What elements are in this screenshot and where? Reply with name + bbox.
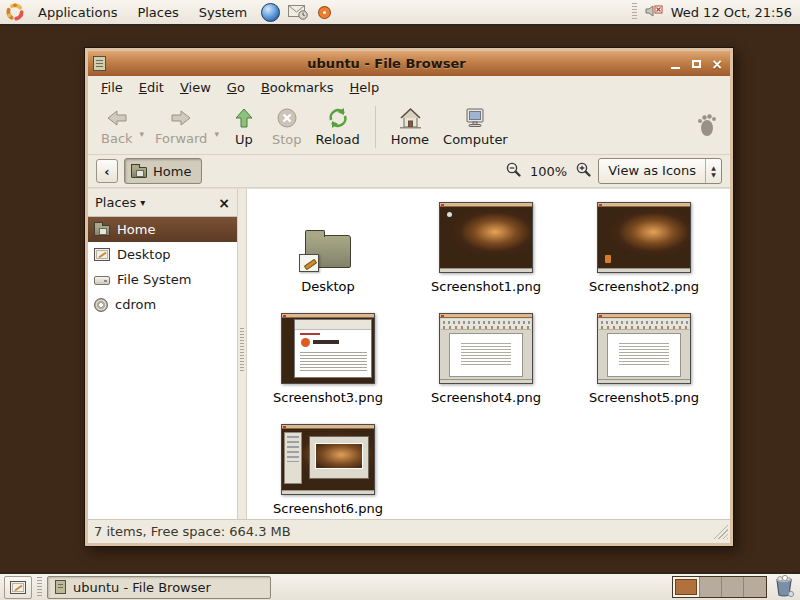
menu-system[interactable]: System	[192, 3, 254, 22]
workspace-3[interactable]	[722, 577, 744, 597]
task-button-file-browser[interactable]: ubuntu - File Browser	[47, 576, 271, 599]
taskbar-grip[interactable]	[37, 577, 42, 597]
file-name: Screenshot2.png	[589, 279, 699, 294]
chevron-down-icon[interactable]: ▾	[140, 197, 145, 208]
panel-grip[interactable]	[632, 3, 637, 21]
file-name: Screenshot1.png	[431, 279, 541, 294]
stop-button[interactable]: Stop	[265, 104, 309, 149]
zoom-out-button[interactable]	[505, 161, 522, 181]
file-thumbnail	[439, 313, 533, 384]
panel-right: Wed 12 Oct, 21:56	[632, 3, 796, 21]
back-dropdown-icon[interactable]: ▾	[140, 129, 145, 139]
menubar: File Edit View Go Bookmarks Help	[88, 76, 730, 99]
close-icon: ×	[711, 57, 723, 71]
menu-applications[interactable]: Applications	[31, 3, 124, 22]
file-item-screenshot3[interactable]: Screenshot3.png	[249, 308, 407, 405]
web-browser-icon[interactable]	[260, 2, 281, 23]
file-thumbnail	[597, 313, 691, 384]
desktop-emblem-icon	[299, 254, 319, 272]
maximize-button[interactable]	[688, 56, 704, 71]
home-folder-icon	[131, 167, 147, 178]
desktop-icon	[94, 248, 110, 261]
menu-bookmarks[interactable]: Bookmarks	[253, 78, 342, 97]
top-panel: Applications Places System	[0, 0, 800, 26]
taskbar: ubuntu - File Browser	[0, 572, 800, 600]
menu-file[interactable]: File	[93, 78, 131, 97]
file-item-desktop[interactable]: Desktop	[249, 197, 407, 294]
sidebar-item-home[interactable]: Home	[88, 217, 237, 242]
titlebar[interactable]: ubuntu - File Browser ×	[88, 51, 730, 76]
menu-help[interactable]: Help	[342, 78, 388, 97]
places-sidebar: Places ▾ × Home Desktop File System	[88, 189, 238, 519]
drive-icon	[94, 276, 110, 285]
workspace-1[interactable]	[673, 577, 700, 597]
combo-arrows-icon: ▲▼	[705, 159, 721, 183]
show-desktop-button[interactable]	[4, 576, 32, 599]
forward-button[interactable]: Forward	[148, 105, 214, 148]
minimize-icon	[671, 58, 680, 69]
mail-clock-icon[interactable]	[287, 2, 308, 23]
file-item-screenshot2[interactable]: Screenshot2.png	[565, 197, 723, 294]
menu-places[interactable]: Places	[130, 3, 185, 22]
workspace-2[interactable]	[700, 577, 722, 597]
forward-dropdown-icon[interactable]: ▾	[214, 129, 219, 139]
clock[interactable]: Wed 12 Oct, 21:56	[671, 5, 796, 20]
ubuntu-logo-icon[interactable]	[4, 2, 25, 23]
file-view[interactable]: Desktop Screenshot1.png Screenshot2.png	[247, 189, 730, 519]
file-name: Screenshot5.png	[589, 390, 699, 405]
file-browser-window: ubuntu - File Browser × File Edit View G…	[85, 48, 733, 546]
file-item-screenshot4[interactable]: Screenshot4.png	[407, 308, 565, 405]
window-content: Places ▾ × Home Desktop File System	[88, 188, 730, 519]
file-thumbnail	[439, 202, 533, 273]
sidebar-close-button[interactable]: ×	[218, 195, 230, 211]
sidebar-title[interactable]: Places	[95, 195, 136, 210]
status-bar: 7 items, Free space: 664.3 MB	[88, 519, 730, 543]
up-button[interactable]: Up	[223, 104, 265, 149]
computer-button[interactable]: Computer	[436, 104, 515, 149]
view-mode-select[interactable]: View as Icons ▲▼	[598, 158, 722, 184]
file-item-screenshot1[interactable]: Screenshot1.png	[407, 197, 565, 294]
back-button[interactable]: Back	[94, 105, 140, 148]
sidebar-item-cdrom[interactable]: cdrom	[88, 292, 237, 317]
window-title: ubuntu - File Browser	[106, 56, 667, 71]
minimize-button[interactable]	[667, 56, 683, 71]
file-thumbnail	[281, 313, 375, 384]
file-name: Screenshot6.png	[273, 501, 383, 516]
sidebar-header: Places ▾ ×	[88, 189, 237, 217]
home-button[interactable]: Home	[384, 104, 436, 149]
home-icon	[397, 106, 423, 130]
gnome-logo-icon	[696, 113, 718, 140]
help-icon[interactable]	[314, 2, 335, 23]
sidebar-item-file-system[interactable]: File System	[88, 267, 237, 292]
menu-go[interactable]: Go	[219, 78, 253, 97]
file-name: Desktop	[301, 279, 355, 294]
volume-muted-icon[interactable]	[645, 4, 663, 21]
reload-button[interactable]: Reload	[308, 104, 366, 149]
workspace-4[interactable]	[744, 577, 766, 597]
maximize-icon	[692, 60, 701, 68]
window-icon	[93, 56, 106, 71]
reload-icon	[325, 106, 351, 130]
forward-icon	[169, 107, 193, 129]
home-folder-icon	[94, 225, 110, 236]
close-button[interactable]: ×	[709, 56, 725, 71]
desktop: Applications Places System	[0, 0, 800, 600]
folder-icon	[305, 235, 351, 268]
path-home-button[interactable]: Home	[124, 158, 202, 184]
desktop-icon	[10, 581, 26, 594]
file-item-screenshot5[interactable]: Screenshot5.png	[565, 308, 723, 405]
file-item-screenshot6[interactable]: Screenshot6.png	[249, 419, 407, 516]
resize-grip[interactable]	[713, 524, 728, 539]
menu-view[interactable]: View	[172, 78, 219, 97]
sidebar-item-desktop[interactable]: Desktop	[88, 242, 237, 267]
grip-icon	[240, 328, 244, 372]
file-thumbnail	[281, 424, 375, 495]
sidebar-resize-handle[interactable]	[238, 189, 247, 519]
workspace-switcher[interactable]	[672, 576, 767, 598]
trash-icon[interactable]	[772, 574, 796, 600]
location-bar: ‹ Home 100% View as Icons ▲▼	[88, 155, 730, 188]
zoom-in-button[interactable]	[575, 161, 592, 181]
menu-edit[interactable]: Edit	[131, 78, 172, 97]
path-back-button[interactable]: ‹	[96, 159, 118, 183]
zoom-level: 100%	[528, 164, 569, 179]
